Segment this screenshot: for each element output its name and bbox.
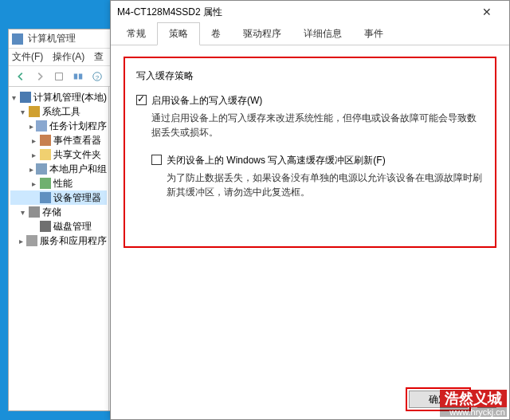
prop-title: M4-CT128M4SSD2 属性	[117, 6, 471, 19]
tree-systools[interactable]: ▾ 系统工具	[10, 104, 107, 119]
menu-action[interactable]: 操作(A)	[53, 50, 84, 64]
enable-write-cache-row[interactable]: 启用设备上的写入缓存(W)	[136, 94, 484, 108]
tree-event[interactable]: ▸ 事件查看器	[10, 133, 107, 147]
tree-label: 共享文件夹	[53, 148, 101, 162]
prop-titlebar: M4-CT128M4SSD2 属性 ✕	[111, 1, 509, 23]
tree-shared[interactable]: ▸ 共享文件夹	[10, 147, 107, 162]
tab-driver[interactable]: 驱动程序	[232, 23, 292, 45]
tab-policy[interactable]: 策略	[157, 22, 200, 45]
disable-flush-label: 关闭设备上的 Windows 写入高速缓存缓冲区刷新(F)	[167, 154, 386, 167]
mgmt-app-icon	[12, 33, 23, 45]
toolbar-up-icon[interactable]	[50, 68, 68, 85]
tree-label: 设备管理器	[53, 191, 101, 205]
menu-file[interactable]: 文件(F)	[12, 50, 43, 64]
tree-storage[interactable]: ▾ 存储	[10, 205, 107, 219]
tree-disk[interactable]: 磁盘管理	[10, 219, 107, 234]
disable-flush-desc: 为了防止数据丢失，如果设备没有单独的电源以允许该设备在电源故障时刷新其缓冲区，请…	[167, 171, 484, 199]
service-icon	[26, 235, 37, 246]
tree-label: 服务和应用程序	[40, 234, 107, 248]
watermark-logo: 浩然义城	[440, 390, 507, 407]
toolbar-back-icon[interactable]	[12, 68, 29, 85]
tree-root[interactable]: ▾ 计算机管理(本地)	[10, 90, 107, 104]
highlighted-settings-box: 写入缓存策略 启用设备上的写入缓存(W) 通过启用设备上的写入缓存来改进系统性能…	[124, 57, 496, 248]
tree-perf[interactable]: ▸ 性能	[10, 176, 107, 190]
tree-task[interactable]: ▸ 任务计划程序	[10, 119, 107, 133]
enable-write-cache-desc: 通过启用设备上的写入缓存来改进系统性能，但停电或设备故障可能会导致数据丢失或损坏…	[151, 111, 484, 139]
tab-general[interactable]: 常规	[116, 23, 157, 45]
tree-toggle-icon[interactable]: ▾	[10, 93, 18, 102]
tree-toggle-icon[interactable]: ▸	[29, 165, 33, 174]
tree-root-label: 计算机管理(本地)	[33, 91, 107, 104]
tab-events[interactable]: 事件	[353, 23, 394, 45]
svg-text:?: ?	[96, 73, 100, 80]
tree-toggle-icon[interactable]: ▾	[18, 108, 26, 116]
tree-label: 磁盘管理	[53, 220, 92, 234]
write-cache-group-label: 写入缓存策略	[136, 69, 484, 83]
tree-toggle-icon[interactable]: ▸	[29, 179, 37, 188]
properties-dialog: M4-CT128M4SSD2 属性 ✕ 常规 策略 卷 驱动程序 详细信息 事件…	[110, 0, 510, 420]
tree-label: 存储	[42, 206, 61, 219]
device-icon	[40, 192, 51, 203]
enable-write-cache-label: 启用设备上的写入缓存(W)	[151, 94, 262, 108]
storage-icon	[29, 206, 40, 218]
task-icon	[36, 120, 47, 131]
tree-label: 任务计划程序	[49, 120, 107, 133]
tab-details[interactable]: 详细信息	[292, 23, 353, 45]
folder-icon	[40, 149, 51, 160]
disable-flush-checkbox[interactable]	[151, 155, 162, 165]
tree-label: 事件查看器	[53, 134, 101, 147]
enable-write-cache-checkbox[interactable]	[136, 95, 147, 105]
tree-toggle-icon[interactable]: ▸	[29, 122, 33, 131]
event-icon	[40, 135, 51, 146]
tree-label: 系统工具	[42, 105, 80, 119]
mgmt-tree[interactable]: ▾ 计算机管理(本地) ▾ 系统工具 ▸ 任务计划程序 ▸ 事件查看器 ▸	[9, 87, 109, 410]
svg-rect-1	[74, 73, 77, 79]
prop-tabs: 常规 策略 卷 驱动程序 详细信息 事件	[111, 23, 509, 45]
tree-toggle-icon[interactable]: ▸	[29, 136, 37, 145]
disable-flush-row[interactable]: 关闭设备上的 Windows 写入高速缓存缓冲区刷新(F)	[151, 154, 484, 167]
tree-users[interactable]: ▸ 本地用户和组	[10, 162, 107, 176]
tree-toggle-icon[interactable]: ▸	[18, 237, 24, 245]
watermark-url: www.hryckj.cn	[440, 407, 507, 417]
toolbar-forward-icon[interactable]	[31, 68, 49, 85]
tree-label: 本地用户和组	[49, 163, 107, 176]
users-icon	[36, 163, 47, 175]
prop-body: 写入缓存策略 启用设备上的写入缓存(W) 通过启用设备上的写入缓存来改进系统性能…	[111, 45, 509, 384]
computer-icon	[20, 92, 31, 103]
wrench-icon	[29, 106, 40, 117]
watermark: 浩然义城 www.hryckj.cn	[440, 390, 507, 417]
disk-icon	[40, 221, 51, 232]
tree-toggle-icon[interactable]: ▾	[18, 208, 26, 217]
perf-icon	[40, 178, 51, 189]
tree-device-manager[interactable]: 设备管理器	[10, 190, 107, 205]
tree-toggle-icon[interactable]: ▸	[29, 151, 37, 159]
tree-services[interactable]: ▸ 服务和应用程序	[10, 234, 107, 248]
menu-view[interactable]: 查	[94, 50, 104, 64]
toolbar-show-icon[interactable]	[69, 68, 87, 85]
close-button[interactable]: ✕	[471, 2, 503, 22]
mgmt-title: 计算机管理	[28, 32, 76, 45]
svg-rect-2	[79, 73, 82, 79]
tab-volumes[interactable]: 卷	[200, 23, 232, 45]
tree-label: 性能	[53, 177, 73, 190]
svg-rect-0	[56, 73, 63, 80]
toolbar-help-icon[interactable]: ?	[88, 68, 106, 85]
